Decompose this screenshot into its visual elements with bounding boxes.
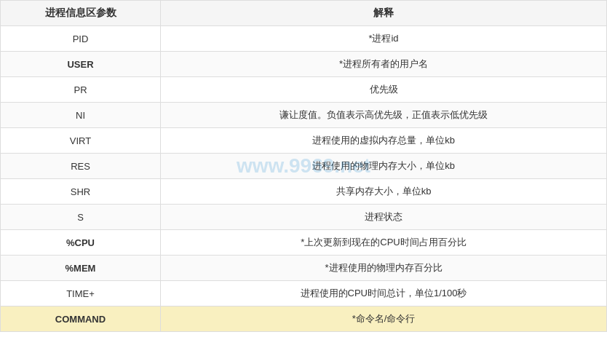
table-row-explain: 优先级 — [161, 77, 607, 103]
table-row-explain: *进程所有者的用户名 — [161, 52, 607, 77]
header-param: 进程信息区参数 — [1, 1, 161, 26]
table-row-explain: 进程状态 — [161, 205, 607, 230]
table-row-explain: *命令名/命令行 — [161, 306, 607, 332]
table-row-param: COMMAND — [1, 306, 161, 332]
table-row-explain: *进程id — [161, 26, 607, 52]
table-row-param: NI — [1, 103, 161, 128]
table-row-param: PR — [1, 77, 161, 103]
table-row-explain: *上次更新到现在的CPU时间占用百分比 — [161, 230, 607, 256]
table-row-param: %MEM — [1, 256, 161, 281]
table-row-explain: 进程使用的物理内存大小，单位kb — [161, 154, 607, 179]
table-row-param: %CPU — [1, 230, 161, 256]
table-row-param: RES — [1, 154, 161, 179]
process-info-table: 进程信息区参数 解释 PID*进程idUSER*进程所有者的用户名PR优先级NI… — [0, 0, 607, 332]
table-row-explain: 进程使用的CPU时间总计，单位1/100秒 — [161, 281, 607, 306]
table-row-param: SHR — [1, 179, 161, 205]
table-row-explain: 共享内存大小，单位kb — [161, 179, 607, 205]
table-row-explain: *进程使用的物理内存百分比 — [161, 256, 607, 281]
table-row-param: VIRT — [1, 128, 161, 154]
header-explain: 解释 — [161, 1, 607, 26]
table-row-explain: 谦让度值。负值表示高优先级，正值表示低优先级 — [161, 103, 607, 128]
table-row-param: TIME+ — [1, 281, 161, 306]
table-row-param: PID — [1, 26, 161, 52]
table-row-param: USER — [1, 52, 161, 77]
table-row-param: S — [1, 205, 161, 230]
table-row-explain: 进程使用的虚拟内存总量，单位kb — [161, 128, 607, 154]
